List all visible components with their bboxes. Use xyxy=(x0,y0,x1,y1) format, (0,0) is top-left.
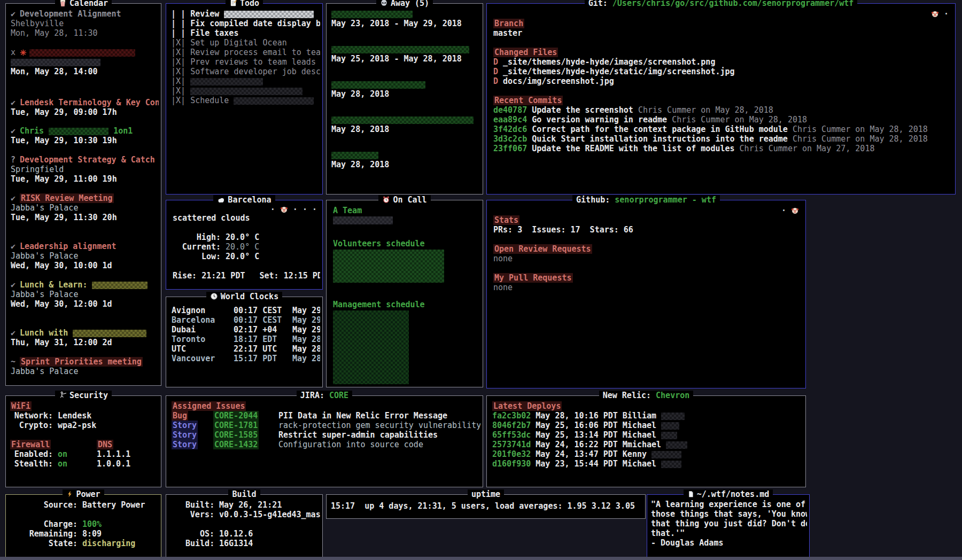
away-entry: May 28, 2018 xyxy=(331,80,480,99)
oncall-panel: On Call A Team Volunteers schedule Manag… xyxy=(326,200,483,387)
power-source-value: Battery Power xyxy=(82,500,145,510)
todo-item: |X| Schedule xyxy=(171,96,320,105)
clock-city: Vancouver xyxy=(172,354,234,363)
changed-file-row: D docs/img/screenshot.jpg xyxy=(493,76,953,86)
issue-type: Bug xyxy=(172,411,188,421)
github-pull-requests-value: none xyxy=(493,283,803,292)
newrelic-panel: New Relic: Chevron Latest Deploys fa2c3b… xyxy=(486,395,806,487)
issue-summary: Configuration into source code xyxy=(278,440,423,449)
todo-panel: Todo | | Review | | Fix compiled date di… xyxy=(166,3,323,195)
file-status: D xyxy=(493,76,498,86)
file-path: _site/themes/hyde-hyde/images/screenshot… xyxy=(503,57,715,67)
issue-type: Story xyxy=(172,430,198,440)
issue-type: Story xyxy=(172,421,198,430)
oncall-volunteers-header: Volunteers schedule xyxy=(333,239,480,248)
build-built-label: Built: xyxy=(185,500,214,510)
dns-header: DNS xyxy=(97,440,113,449)
power-charge-label: Charge: xyxy=(27,519,77,529)
changed-file-row: D _site/themes/hyde-hyde/images/screensh… xyxy=(493,57,953,67)
away-dates: May 28, 2018 xyxy=(331,89,480,99)
event-time: Tue, May 29, 11:00 19h xyxy=(11,174,159,184)
calendar-panel: Calendar ✔Development Alignment Shelbyvi… xyxy=(5,3,161,386)
commit-sha: 3f42dc6 xyxy=(493,125,527,134)
clock-row: Vancouver15:17 PDTMay 28 xyxy=(172,354,320,363)
deploy-row: 201f0e32 May 24, 13:47 PDT Kenny xyxy=(492,449,803,459)
commit-message: Update the screenshot xyxy=(532,105,633,115)
dns-primary: 1.1.1.1 xyxy=(97,449,130,459)
event-time: Wed, May 30, 12:00 1d xyxy=(11,299,159,309)
commit-message: Correct path for the context package in … xyxy=(532,125,788,134)
event-check-icon: ✔ xyxy=(11,9,20,19)
power-charge-value: 100% xyxy=(82,519,102,529)
todo-item: |X| Software developer job desc xyxy=(171,67,320,76)
clock-date: May 29 xyxy=(292,306,320,315)
todo-checkbox: |X| xyxy=(171,76,185,86)
deploy-time: May 25, 16:06 PDT xyxy=(536,421,618,430)
event-check-icon: ✔ xyxy=(11,193,20,203)
deploy-row: d160f930 May 23, 15:44 PDT Michael xyxy=(492,459,803,469)
calendar-event: ?Development Strategy & Catch U Springfi… xyxy=(11,155,159,184)
build-os-value: 10.12.6 xyxy=(219,529,253,539)
event-time: Tue, May 29, 10:30 19h xyxy=(11,136,159,145)
todo-item: |X| Review process email to team xyxy=(171,48,320,57)
away-dates: May 23, 2018 - May 29, 2018 xyxy=(331,19,480,28)
deploys-header: Latest Deploys xyxy=(492,401,562,411)
deploy-sha: 201f0e32 xyxy=(492,449,531,459)
firewall-stealth-value: on xyxy=(58,459,67,469)
todo-item-text: File taxes xyxy=(190,28,238,38)
event-title: Development Strategy & Catch U xyxy=(20,155,159,165)
wtf-terminal-dashboard: Calendar ✔Development Alignment Shelbyvi… xyxy=(0,0,962,560)
clock-date: May 28 xyxy=(292,354,320,363)
clock-date: May 28 xyxy=(292,344,320,354)
deploy-time: May 23, 15:44 PDT xyxy=(536,459,618,469)
away-entry: May 28, 2018 xyxy=(331,115,480,134)
firewall-enabled-label: Enabled: xyxy=(10,449,53,459)
git-branch-header: Branch xyxy=(493,19,524,28)
power-state-label: State: xyxy=(27,539,77,548)
git-branch-name: master xyxy=(493,28,953,38)
build-vers-value: v0.0.3-15-g41ed43_maste xyxy=(219,510,320,519)
away-entry: May 23, 2018 - May 29, 2018 xyxy=(331,9,480,28)
todo-item-text: Prev reviews to team leads xyxy=(190,57,316,67)
redacted-event-detail xyxy=(11,59,100,66)
deploy-row: 8046f2b7 May 25, 16:06 PDT Michael xyxy=(492,421,803,430)
commit-sha: de40787 xyxy=(493,105,527,115)
weather-current-value: 20.0° C xyxy=(226,242,259,252)
weather-high-value: 20.0° C xyxy=(226,232,259,242)
file-status: D xyxy=(493,67,498,76)
commit-row: 3d3c2cb Quick Start installation instruc… xyxy=(493,134,953,144)
issue-key: CORE-1585 xyxy=(213,430,259,440)
event-check-icon: ✔ xyxy=(11,98,20,107)
clock-date: May 29 xyxy=(292,315,320,325)
oncall-management-header: Management schedule xyxy=(333,300,480,309)
away-dates: May 28, 2018 xyxy=(331,160,480,169)
redacted-todo-text xyxy=(224,11,314,18)
event-time: Tue, May 29, 11:30 20h xyxy=(11,213,159,222)
notes-line: those things that says, 'You know xyxy=(651,509,807,519)
clock-city: Toronto xyxy=(172,335,234,344)
away-dates: May 25, 2018 - May 28, 2018 xyxy=(331,54,480,64)
notes-line: that.'" xyxy=(651,528,807,538)
event-title: Lunch & Learn: xyxy=(20,280,87,290)
power-remaining-label: Remaining: xyxy=(27,529,77,539)
clock-time: 22:17 UTC xyxy=(234,344,292,354)
away-dates: May 28, 2018 xyxy=(331,125,480,134)
clock-time: 15:17 PDT xyxy=(234,354,292,363)
deploy-author: Michael xyxy=(623,421,656,430)
power-remaining-value: 8:09 xyxy=(82,529,102,539)
clock-city: Avignon xyxy=(172,306,234,315)
build-panel: Build Built: May 26, 21:21 Vers: v0.0.3-… xyxy=(166,494,323,557)
power-panel: Power Source: Battery Power Charge: 100%… xyxy=(5,494,161,557)
issue-summary: PII Data in New Relic Error Message xyxy=(278,411,447,421)
deploy-author: Michael xyxy=(623,459,656,469)
event-location: Shelbyville xyxy=(11,19,159,28)
file-status: D xyxy=(493,57,498,67)
notes-line: - Douglas Adams xyxy=(651,538,807,548)
git-commits-header: Recent Commits xyxy=(493,96,563,105)
redacted-person-name xyxy=(331,46,469,53)
github-stats-values: PRs: 3 Issues: 17 Stars: 66 xyxy=(493,225,803,235)
weather-high-label: High: xyxy=(173,232,221,242)
issue-key: CORE-1781 xyxy=(213,421,259,430)
github-panel: Github: senorprogrammer - wtf · Stats PR… xyxy=(486,200,806,388)
todo-checkbox: |X| xyxy=(171,96,185,105)
